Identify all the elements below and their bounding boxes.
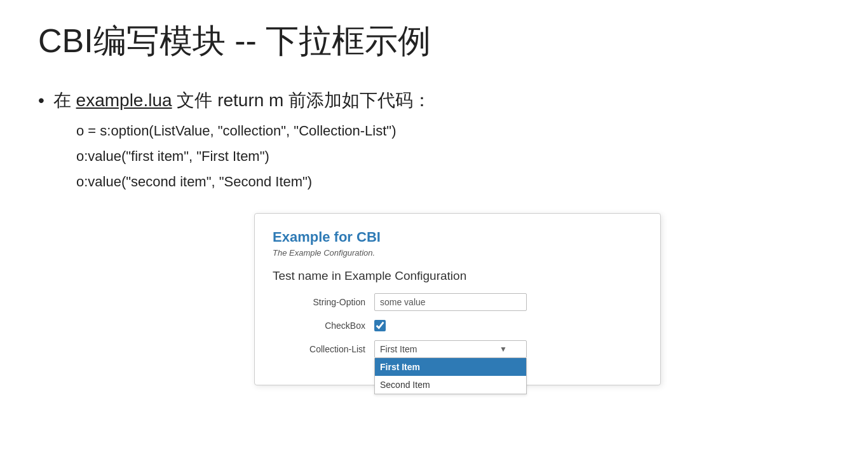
bullet-point: • 在 example.lua 文件 return m 前添加如下代码： bbox=[38, 89, 830, 112]
bullet-section: • 在 example.lua 文件 return m 前添加如下代码： o =… bbox=[38, 89, 830, 194]
code-line-3: o:value("second item", "Second Item") bbox=[76, 169, 830, 195]
collection-selected-value: First Item bbox=[380, 344, 417, 354]
checkbox-row: CheckBox bbox=[273, 320, 642, 331]
collection-select-container: First Item ▼ First Item Second Item bbox=[374, 340, 527, 358]
bullet-filename: example.lua bbox=[76, 90, 172, 110]
string-option-row: String-Option bbox=[273, 293, 642, 311]
demo-panel: Example for CBI The Example Configuratio… bbox=[254, 213, 661, 385]
bullet-prefix: 在 bbox=[53, 90, 76, 110]
code-line-2: o:value("first item", "First Item") bbox=[76, 144, 830, 169]
string-option-label: String-Option bbox=[273, 297, 374, 307]
dropdown-item-first[interactable]: First Item bbox=[375, 358, 526, 376]
code-block: o = s:option(ListValue, "collection", "C… bbox=[76, 118, 830, 194]
dropdown-arrow-icon: ▼ bbox=[499, 345, 507, 354]
bullet-suffix: 文件 return m 前添加如下代码： bbox=[172, 90, 431, 110]
checkbox-input[interactable] bbox=[374, 320, 386, 331]
demo-title: Example for CBI bbox=[273, 229, 642, 245]
collection-row: Collection-List First Item ▼ First Item … bbox=[273, 340, 642, 358]
code-line-1: o = s:option(ListValue, "collection", "C… bbox=[76, 118, 830, 144]
page-title: CBI编写模块 -- 下拉框示例 bbox=[38, 19, 830, 64]
demo-subtitle: The Example Configuration. bbox=[273, 248, 642, 258]
dropdown-list: First Item Second Item bbox=[374, 358, 527, 394]
string-option-input[interactable] bbox=[374, 293, 527, 311]
page: CBI编写模块 -- 下拉框示例 • 在 example.lua 文件 retu… bbox=[0, 0, 868, 404]
collection-select[interactable]: First Item ▼ bbox=[374, 340, 527, 358]
dropdown-item-second[interactable]: Second Item bbox=[375, 376, 526, 394]
checkbox-label: CheckBox bbox=[273, 321, 374, 331]
collection-label: Collection-List bbox=[273, 344, 374, 354]
demo-section-title: Test name in Example Configuration bbox=[273, 269, 642, 283]
bullet-dot: • bbox=[38, 89, 44, 112]
bullet-text: 在 example.lua 文件 return m 前添加如下代码： bbox=[53, 89, 431, 112]
